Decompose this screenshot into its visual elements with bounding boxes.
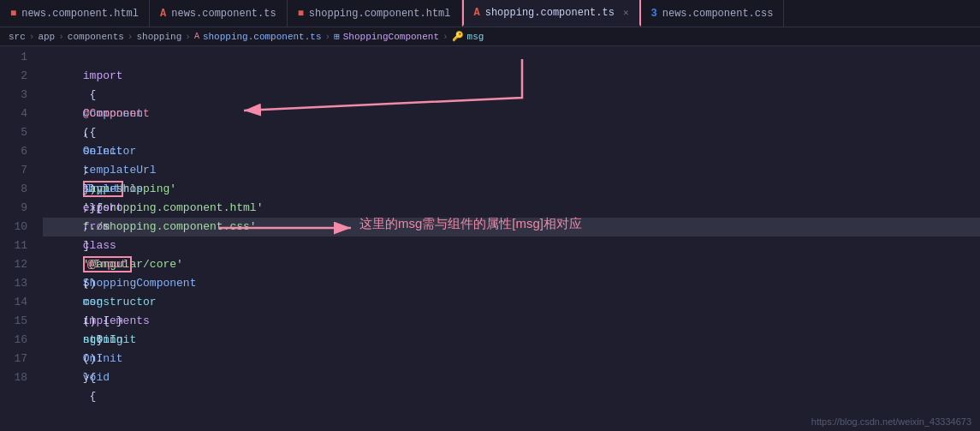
code-line-12: constructor () { } — [43, 255, 980, 274]
tab-label: shopping.component.ts — [485, 7, 615, 19]
line-num-18: 18 — [0, 368, 27, 387]
breadcrumb-sep5: › — [325, 32, 331, 42]
code-line-6: styleUrls : [ './shopping.component.css'… — [43, 142, 980, 161]
css3-icon: 3 — [651, 8, 657, 20]
code-area: 1 2 3 4 5 6 7 8 9 10 11 12 13 14 15 16 1… — [0, 46, 980, 431]
tab-label: news.component.ts — [171, 8, 276, 20]
tab-close-button[interactable]: ✕ — [623, 7, 629, 18]
tab-shopping-html[interactable]: ■ shopping.component.html — [288, 0, 462, 27]
decorator-component: @Component — [83, 107, 150, 120]
line-num-15: 15 — [0, 312, 27, 331]
breadcrumb-property: msg — [467, 32, 484, 42]
breadcrumb-components: components — [68, 32, 124, 42]
code-line-18 — [43, 368, 980, 387]
breadcrumb-component-icon: ⊞ — [334, 31, 340, 42]
tab-label: news.component.css — [662, 8, 774, 20]
line-num-12: 12 — [0, 255, 27, 274]
breadcrumb-app: app — [38, 32, 55, 42]
line-num-4: 4 — [0, 105, 27, 123]
line-num-6: 6 — [0, 142, 27, 161]
code-line-15: } — [43, 312, 980, 331]
code-line-8: export class ShoppingComponent implement… — [43, 180, 980, 199]
tab-shopping-ts[interactable]: A shopping.component.ts ✕ — [462, 0, 641, 27]
line-num-3: 3 — [0, 86, 27, 105]
line-numbers: 1 2 3 4 5 6 7 8 9 10 11 12 13 14 15 16 1… — [0, 46, 34, 431]
constructor-func: constructor — [83, 296, 157, 308]
tab-news-css[interactable]: 3 news.component.css — [641, 0, 785, 27]
line-num-5: 5 — [0, 123, 27, 142]
line-num-14: 14 — [0, 293, 27, 312]
breadcrumb-class: ShoppingComponent — [343, 32, 439, 42]
breadcrumb: src › app › components › shopping › A sh… — [0, 27, 980, 46]
code-line-7: }) — [43, 161, 980, 180]
breadcrumb-sep4: › — [185, 32, 191, 42]
angular-icon: A — [160, 8, 166, 20]
tab-news-html[interactable]: ■ news.component.html — [0, 0, 150, 27]
keyword-import: import — [83, 69, 123, 82]
code-line-14: ngOnInit (): void { — [43, 293, 980, 312]
code-line-2 — [43, 67, 980, 86]
breadcrumb-sep2: › — [58, 32, 64, 42]
val-styleurls: './shopping.component.css' — [83, 220, 257, 233]
code-content: import { Component , OnInit , Input } fr… — [34, 46, 980, 431]
code-line-11 — [43, 236, 980, 255]
line-num-9: 9 — [0, 199, 27, 218]
line-num-8: 8 — [0, 180, 27, 199]
breadcrumb-sep: › — [29, 32, 35, 42]
breadcrumb-sep6: › — [442, 32, 448, 42]
tab-news-ts[interactable]: A news.component.ts — [150, 0, 288, 27]
line-num-16: 16 — [0, 331, 27, 350]
watermark: https://blog.csdn.net/weixin_43334673 — [811, 416, 971, 427]
angular-breadcrumb-icon: A — [194, 32, 199, 41]
line-num-7: 7 — [0, 161, 27, 180]
code-line-3: @Component ({ — [43, 86, 980, 105]
tab-label: shopping.component.html — [309, 8, 451, 20]
code-line-1: import { Component , OnInit , Input } fr… — [43, 48, 980, 67]
breadcrumb-src: src — [9, 32, 26, 42]
line-num-2: 2 — [0, 67, 27, 86]
breadcrumb-file: shopping.component.ts — [203, 32, 322, 42]
code-line-16 — [43, 331, 980, 350]
html-icon: ■ — [298, 8, 304, 20]
line-num-13: 13 — [0, 274, 27, 293]
code-line-17: } — [43, 350, 980, 368]
breadcrumb-shopping: shopping — [136, 32, 181, 42]
html-icon: ■ — [10, 8, 16, 20]
line-num-10: 10 — [0, 218, 27, 236]
tab-label: news.component.html — [21, 8, 139, 20]
tab-bar: ■ news.component.html A news.component.t… — [0, 0, 980, 27]
line-num-11: 11 — [0, 236, 27, 255]
angular-icon: A — [474, 7, 480, 19]
line-num-17: 17 — [0, 350, 27, 368]
code-line-5: templateUrl : './shopping.component.html… — [43, 123, 980, 142]
breadcrumb-key-icon: 🔑 — [452, 31, 464, 42]
input-decorator-box: @Input — [83, 256, 132, 272]
keyword-export: export — [83, 201, 123, 214]
breadcrumb-sep3: › — [128, 32, 134, 42]
code-line-4: selector : 'app-shopping' , — [43, 105, 980, 123]
line-num-1: 1 — [0, 48, 27, 67]
